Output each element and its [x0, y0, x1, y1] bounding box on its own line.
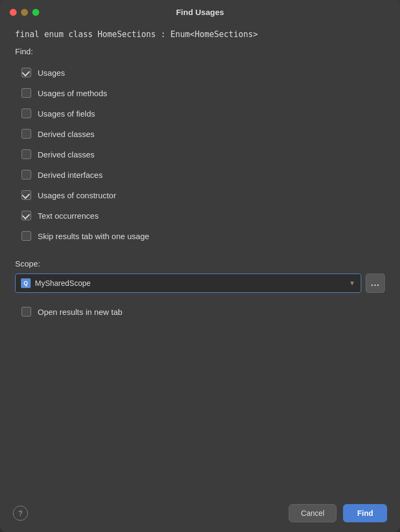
- scope-selected-value: MySharedScope: [35, 279, 345, 287]
- checkbox-label-open-new-tab: Open results in new tab: [38, 307, 123, 317]
- dialog-title: Find Usages: [176, 8, 224, 17]
- checkbox-label-usages-of-fields: Usages of fields: [38, 109, 95, 118]
- checkbox-label-derived-classes-2: Derived classes: [38, 150, 95, 159]
- dialog-content: final enum class HomeSections : Enum<Hom…: [0, 24, 400, 494]
- traffic-lights: [10, 9, 39, 16]
- checkbox-label-usages: Usages: [38, 68, 65, 77]
- checkbox-item-text-occurrences[interactable]: Text occurrences: [22, 205, 385, 226]
- checkbox-item-usages-of-constructor[interactable]: Usages of constructor: [22, 185, 385, 205]
- checkbox-item-skip-results-tab[interactable]: Skip results tab with one usage: [22, 226, 385, 246]
- checkbox-usages-of-methods[interactable]: [22, 88, 31, 98]
- scope-label: Scope:: [15, 259, 385, 268]
- chevron-down-icon: ▼: [349, 279, 355, 287]
- class-declaration: final enum class HomeSections : Enum<Hom…: [15, 30, 385, 39]
- close-button[interactable]: [10, 9, 17, 16]
- checkbox-usages-of-fields[interactable]: [22, 109, 31, 118]
- find-button[interactable]: Find: [343, 504, 387, 522]
- checkbox-derived-classes-1[interactable]: [22, 129, 31, 139]
- bottom-bar: ? Cancel Find: [0, 494, 400, 532]
- minimize-button[interactable]: [21, 9, 28, 16]
- checkbox-label-text-occurrences: Text occurrences: [38, 211, 98, 220]
- cancel-button[interactable]: Cancel: [289, 504, 337, 522]
- maximize-button[interactable]: [32, 9, 39, 16]
- checkbox-item-derived-classes-1[interactable]: Derived classes: [22, 124, 385, 144]
- checkbox-label-usages-of-methods: Usages of methods: [38, 89, 107, 98]
- checkbox-item-usages[interactable]: Usages: [22, 62, 385, 83]
- checkbox-usages[interactable]: [22, 68, 31, 77]
- checkbox-item-usages-of-methods[interactable]: Usages of methods: [22, 83, 385, 103]
- checkbox-derived-classes-2[interactable]: [22, 149, 31, 159]
- checkbox-derived-interfaces[interactable]: [22, 170, 31, 179]
- checkbox-open-new-tab[interactable]: [22, 307, 31, 317]
- action-buttons: Cancel Find: [289, 504, 387, 522]
- scope-row: Q MySharedScope ▼ ...: [15, 274, 385, 293]
- scope-more-button[interactable]: ...: [366, 274, 385, 293]
- checkbox-skip-results-tab[interactable]: [22, 231, 31, 241]
- checkbox-text-occurrences[interactable]: [22, 211, 31, 220]
- checkbox-usages-of-constructor[interactable]: [22, 190, 31, 200]
- find-usages-dialog: Find Usages final enum class HomeSection…: [0, 0, 400, 532]
- checkbox-label-derived-interfaces: Derived interfaces: [38, 170, 103, 179]
- checkbox-item-derived-interfaces[interactable]: Derived interfaces: [22, 164, 385, 185]
- checkbox-item-derived-classes-2[interactable]: Derived classes: [22, 144, 385, 164]
- checkbox-label-derived-classes-1: Derived classes: [38, 130, 95, 139]
- scope-dropdown[interactable]: Q MySharedScope ▼: [15, 274, 361, 293]
- checkbox-label-usages-of-constructor: Usages of constructor: [38, 191, 116, 200]
- title-bar: Find Usages: [0, 0, 400, 24]
- find-label: Find:: [15, 47, 385, 56]
- checkbox-label-skip-results-tab: Skip results tab with one usage: [38, 232, 149, 241]
- scope-section: Scope: Q MySharedScope ▼ ...: [15, 259, 385, 293]
- checkbox-item-usages-of-fields[interactable]: Usages of fields: [22, 103, 385, 124]
- open-new-tab-item[interactable]: Open results in new tab: [22, 304, 385, 320]
- help-button[interactable]: ?: [13, 506, 28, 521]
- scope-icon: Q: [21, 278, 31, 288]
- checkbox-list: Usages Usages of methods Usages of field…: [22, 62, 385, 246]
